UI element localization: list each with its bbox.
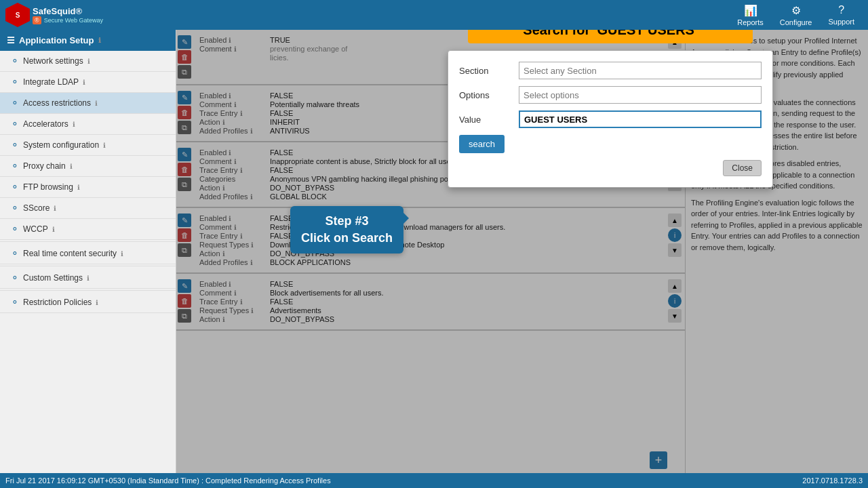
sidebar-item-integrate-ldap[interactable]: ⚬ Integrate LDAP ℹ <box>0 72 176 93</box>
callout-step: Step #3 <box>301 213 393 230</box>
callout-action: Click on Search <box>301 230 393 247</box>
reports-button[interactable]: 📊 Reports <box>729 1 772 29</box>
sidebar-item-access-restrictions[interactable]: ⚬ Access restrictions ℹ <box>0 93 176 114</box>
logo-badge: ® <box>33 16 41 24</box>
header: S SafeSquid® ® Secure Web Gateway 📊 Repo… <box>0 0 868 30</box>
close-button[interactable]: Close <box>723 160 762 176</box>
sidebar-label: Real time content security <box>23 249 117 258</box>
bullet-icon: ⚬ <box>11 272 19 283</box>
content-area: ✎ 🗑 ⧉ Enabled ℹ TRUE Comment ℹ preventin… <box>176 30 868 473</box>
modal-form: Section Options Value search <box>459 62 762 176</box>
bullet-icon: ⚬ <box>11 119 19 129</box>
search-modal-dialog: Search for 'GUEST USERS' Section Options… <box>448 50 773 188</box>
configure-button[interactable]: ⚙ Configure <box>772 1 821 29</box>
info-icon: ℹ <box>83 79 85 86</box>
sidebar-label: SScore <box>23 203 50 213</box>
section-input[interactable] <box>519 62 762 79</box>
reports-label: Reports <box>737 18 764 26</box>
support-icon: ? <box>838 4 844 16</box>
bullet-icon: ⚬ <box>11 248 19 259</box>
sidebar-label: Restriction Policies <box>23 298 92 307</box>
sidebar-label: Network settings <box>23 56 83 66</box>
reports-icon: 📊 <box>744 4 757 17</box>
sidebar-item-realtime[interactable]: ⚬ Real time content security ℹ <box>0 243 176 264</box>
app-setup-icon: ☰ <box>7 35 15 45</box>
bullet-icon: ⚬ <box>11 77 19 87</box>
logo-name: SafeSquid® <box>33 6 82 16</box>
modal-footer: Close <box>459 160 762 176</box>
sidebar-app-setup: ☰ Application Setup ℹ <box>0 30 176 51</box>
version-number: 2017.0718.1728.3 <box>802 476 863 485</box>
info-icon: ℹ <box>87 274 90 282</box>
callout-box: Step #3 Click on Search <box>290 206 403 253</box>
sidebar-divider <box>0 266 176 266</box>
sidebar: ☰ Application Setup ℹ ⚬ Network settings… <box>0 30 176 473</box>
logo-text-group: SafeSquid® ® Secure Web Gateway <box>33 6 103 24</box>
info-icon: ℹ <box>96 299 98 306</box>
modal-actions: search <box>459 135 762 153</box>
sidebar-item-wccp[interactable]: ⚬ WCCP ℹ <box>0 219 176 240</box>
info-icon: ℹ <box>87 58 90 65</box>
bullet-icon: ⚬ <box>11 224 19 235</box>
sidebar-label: FTP browsing <box>23 182 73 192</box>
sidebar-label: Custom Settings <box>23 273 83 283</box>
status-message: Fri Jul 21 2017 16:09:12 GMT+0530 (India… <box>5 476 331 485</box>
support-button[interactable]: ? Support <box>820 1 863 29</box>
sidebar-item-custom-settings[interactable]: ⚬ Custom Settings ℹ <box>0 268 176 289</box>
sidebar-item-sscore[interactable]: ⚬ SScore ℹ <box>0 198 176 219</box>
logo-sub: Secure Web Gateway <box>44 17 103 24</box>
configure-label: Configure <box>780 18 812 26</box>
bullet-icon: ⚬ <box>11 203 19 214</box>
sidebar-item-ftp-browsing[interactable]: ⚬ FTP browsing ℹ <box>0 177 176 198</box>
info-icon: ℹ <box>73 121 75 128</box>
info-icon: ℹ <box>121 250 123 258</box>
info-icon: ℹ <box>70 163 73 170</box>
modal-row-options: Options <box>459 86 762 104</box>
value-label: Value <box>459 115 513 125</box>
modal-row-section: Section <box>459 62 762 79</box>
logo-shield-icon: S <box>5 3 30 27</box>
sidebar-item-system-configuration[interactable]: ⚬ System configuration ℹ <box>0 135 176 156</box>
configure-icon: ⚙ <box>791 4 801 17</box>
sidebar-label: Accelerators <box>23 119 68 129</box>
logo-area: S SafeSquid® ® Secure Web Gateway <box>5 3 103 27</box>
options-label: Options <box>459 90 513 100</box>
bullet-icon: ⚬ <box>11 98 19 108</box>
info-icon: ℹ <box>54 205 56 212</box>
sidebar-label: Integrate LDAP <box>23 77 79 87</box>
search-button[interactable]: search <box>459 135 505 153</box>
sidebar-divider <box>0 241 176 242</box>
sidebar-item-accelerators[interactable]: ⚬ Accelerators ℹ <box>0 114 176 135</box>
support-label: Support <box>828 18 854 26</box>
sidebar-label: System configuration <box>23 140 99 150</box>
info-icon: ℹ <box>52 226 55 233</box>
section-label: Section <box>459 66 513 76</box>
info-icon: ℹ <box>95 100 98 107</box>
sidebar-label: Proxy chain <box>23 161 66 171</box>
main-layout: ☰ Application Setup ℹ ⚬ Network settings… <box>0 30 868 473</box>
info-icon: ℹ <box>77 184 80 191</box>
sidebar-item-network-settings[interactable]: ⚬ Network settings ℹ <box>0 51 176 72</box>
sidebar-label: WCCP <box>23 224 48 234</box>
options-input[interactable] <box>519 86 762 104</box>
bullet-icon: ⚬ <box>11 161 19 171</box>
bullet-icon: ⚬ <box>11 56 19 66</box>
header-nav: 📊 Reports ⚙ Configure ? Support <box>729 1 863 29</box>
bullet-icon: ⚬ <box>11 140 19 150</box>
bullet-icon: ⚬ <box>11 182 19 192</box>
sidebar-item-restriction-policies[interactable]: ⚬ Restriction Policies ℹ <box>0 292 176 313</box>
modal-title: Search for 'GUEST USERS' <box>468 30 753 43</box>
info-icon: ℹ <box>103 142 106 149</box>
app-setup-info-icon: ℹ <box>98 37 101 44</box>
status-bar: Fri Jul 21 2017 16:09:12 GMT+0530 (India… <box>0 473 868 488</box>
sidebar-label: Access restrictions <box>23 98 91 108</box>
sidebar-item-proxy-chain[interactable]: ⚬ Proxy chain ℹ <box>0 156 176 177</box>
modal-overlay: Step #3 Click on Search Search for 'GUES… <box>176 30 868 473</box>
modal-row-value: Value <box>459 110 762 128</box>
app-setup-label: Application Setup <box>19 35 94 45</box>
sidebar-divider <box>0 290 176 291</box>
bullet-icon: ⚬ <box>11 297 19 308</box>
value-input[interactable] <box>519 110 762 128</box>
